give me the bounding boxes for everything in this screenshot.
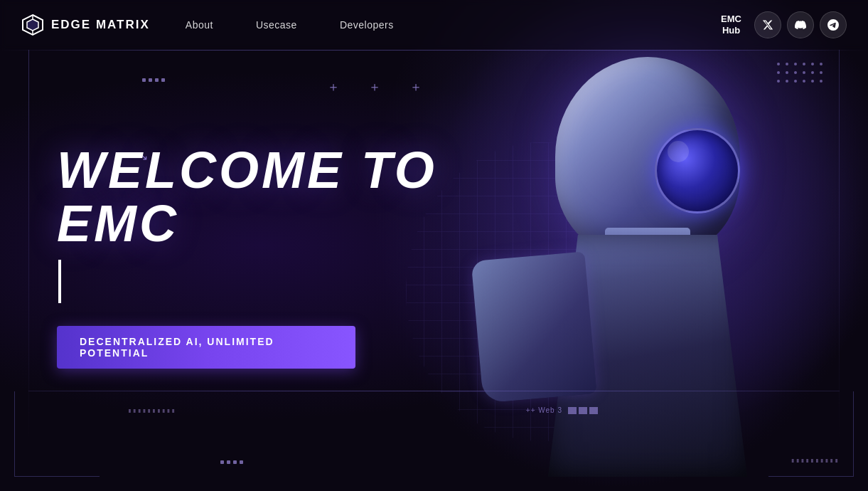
nav-logo[interactable]: EdGE MAtRIX	[21, 14, 150, 36]
nav-right: EMC Hub	[714, 11, 847, 38]
nav-item-about[interactable]: About	[164, 0, 235, 50]
navbar: EdGE MAtRIX About Usecase Developers EMC…	[0, 0, 868, 50]
nav-item-usecase[interactable]: Usecase	[235, 0, 318, 50]
hero-subtitle-button[interactable]: DECENTRALIZED AI, UNLIMITED POTENTIAL	[57, 326, 355, 369]
telegram-button[interactable]	[820, 11, 847, 38]
emc-hub-line2: Hub	[721, 25, 741, 36]
hero-title: WELCOME TO EMC	[57, 144, 554, 305]
discord-button[interactable]	[787, 11, 814, 38]
hero-title-text: WELCOME TO EMC	[57, 144, 554, 251]
main-content: WELCOME TO EMC DECENTRALIZED AI, UNLIMIT…	[0, 50, 868, 491]
nav-links: About Usecase Developers	[164, 0, 714, 50]
emc-hub-line1: EMC	[721, 14, 741, 25]
logo-text: EdGE MAtRIX	[51, 18, 150, 32]
twitter-x-icon	[762, 19, 773, 31]
logo-icon	[21, 14, 44, 36]
cursor-blink	[58, 260, 61, 303]
telegram-icon	[827, 19, 839, 31]
nav-emc-hub-button[interactable]: EMC Hub	[714, 14, 749, 36]
nav-item-developers[interactable]: Developers	[318, 0, 415, 50]
svg-marker-1	[27, 19, 38, 31]
discord-icon	[795, 19, 806, 31]
twitter-button[interactable]	[754, 11, 781, 38]
nav-border	[0, 50, 868, 51]
